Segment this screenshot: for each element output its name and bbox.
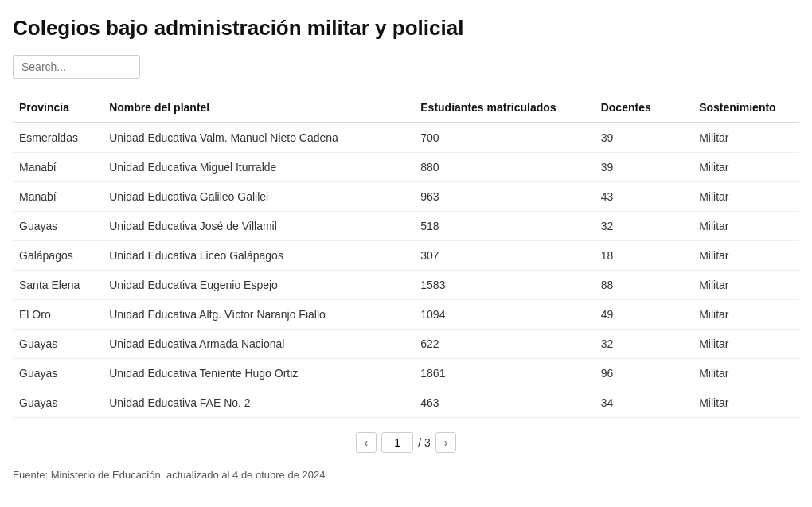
cell-docentes: 43 xyxy=(595,182,693,212)
cell-docentes: 34 xyxy=(595,388,693,418)
header-provincia: Provincia xyxy=(13,93,103,123)
cell-docentes: 88 xyxy=(595,271,693,300)
current-page-input[interactable] xyxy=(381,432,413,453)
cell-estudiantes: 1094 xyxy=(414,300,594,330)
table-header-row: Provincia Nombre del plantel Estudiantes… xyxy=(13,93,799,123)
table-row: GuayasUnidad Educativa José de Villamil5… xyxy=(13,212,799,241)
cell-nombre: Unidad Educativa Armada Nacional xyxy=(103,330,414,359)
cell-estudiantes: 307 xyxy=(414,241,594,271)
cell-estudiantes: 1861 xyxy=(414,359,594,388)
table-row: ManabíUnidad Educativa Galileo Galilei96… xyxy=(13,182,799,212)
cell-estudiantes: 622 xyxy=(414,330,594,359)
cell-estudiantes: 700 xyxy=(414,123,594,153)
cell-provincia: Esmeraldas xyxy=(13,123,103,153)
pagination: ‹ / 3 › xyxy=(13,432,799,453)
search-input[interactable] xyxy=(13,55,140,79)
cell-nombre: Unidad Educativa Teniente Hugo Ortiz xyxy=(103,359,414,388)
cell-nombre: Unidad Educativa Eugenio Espejo xyxy=(103,271,414,300)
cell-sostenimiento: Militar xyxy=(693,153,799,182)
cell-docentes: 39 xyxy=(595,153,693,182)
table-row: GuayasUnidad Educativa Armada Nacional62… xyxy=(13,330,799,359)
header-estudiantes: Estudiantes matriculados xyxy=(414,93,594,123)
table-row: GuayasUnidad Educativa FAE No. 246334Mil… xyxy=(13,388,799,418)
cell-nombre: Unidad Educativa FAE No. 2 xyxy=(103,388,414,418)
cell-provincia: Guayas xyxy=(13,330,103,359)
cell-provincia: Guayas xyxy=(13,388,103,418)
header-docentes: Docentes xyxy=(595,93,693,123)
table-row: EsmeraldasUnidad Educativa Valm. Manuel … xyxy=(13,123,799,153)
cell-estudiantes: 880 xyxy=(414,153,594,182)
cell-nombre: Unidad Educativa José de Villamil xyxy=(103,212,414,241)
cell-sostenimiento: Militar xyxy=(693,271,799,300)
cell-provincia: El Oro xyxy=(13,300,103,330)
cell-estudiantes: 963 xyxy=(414,182,594,212)
page-title: Colegios bajo administración militar y p… xyxy=(13,16,799,41)
cell-docentes: 32 xyxy=(595,212,693,241)
cell-sostenimiento: Militar xyxy=(693,359,799,388)
prev-page-button[interactable]: ‹ xyxy=(356,432,377,453)
cell-provincia: Manabí xyxy=(13,182,103,212)
cell-sostenimiento: Militar xyxy=(693,241,799,271)
cell-estudiantes: 518 xyxy=(414,212,594,241)
cell-estudiantes: 463 xyxy=(414,388,594,418)
cell-provincia: Guayas xyxy=(13,359,103,388)
table-row: El OroUnidad Educativa Alfg. Víctor Nara… xyxy=(13,300,799,330)
cell-nombre: Unidad Educativa Liceo Galápagos xyxy=(103,241,414,271)
header-nombre: Nombre del plantel xyxy=(103,93,414,123)
cell-sostenimiento: Militar xyxy=(693,212,799,241)
cell-docentes: 39 xyxy=(595,123,693,153)
cell-nombre: Unidad Educativa Galileo Galilei xyxy=(103,182,414,212)
data-table: Provincia Nombre del plantel Estudiantes… xyxy=(13,93,799,418)
header-sostenimiento: Sostenimiento xyxy=(693,93,799,123)
table-row: GuayasUnidad Educativa Teniente Hugo Ort… xyxy=(13,359,799,388)
cell-sostenimiento: Militar xyxy=(693,182,799,212)
cell-provincia: Guayas xyxy=(13,212,103,241)
cell-sostenimiento: Militar xyxy=(693,388,799,418)
table-row: Santa ElenaUnidad Educativa Eugenio Espe… xyxy=(13,271,799,300)
footer-note: Fuente: Ministerio de Educación, actuali… xyxy=(13,469,799,481)
table-row: ManabíUnidad Educativa Miguel Iturralde8… xyxy=(13,153,799,182)
cell-docentes: 32 xyxy=(595,330,693,359)
cell-docentes: 18 xyxy=(595,241,693,271)
cell-docentes: 96 xyxy=(595,359,693,388)
cell-sostenimiento: Militar xyxy=(693,330,799,359)
table-row: GalápagosUnidad Educativa Liceo Galápago… xyxy=(13,241,799,271)
cell-sostenimiento: Militar xyxy=(693,300,799,330)
cell-estudiantes: 1583 xyxy=(414,271,594,300)
cell-nombre: Unidad Educativa Miguel Iturralde xyxy=(103,153,414,182)
cell-nombre: Unidad Educativa Valm. Manuel Nieto Cade… xyxy=(103,123,414,153)
cell-provincia: Santa Elena xyxy=(13,271,103,300)
cell-provincia: Galápagos xyxy=(13,241,103,271)
search-container xyxy=(13,55,799,79)
cell-nombre: Unidad Educativa Alfg. Víctor Naranjo Fi… xyxy=(103,300,414,330)
total-pages-label: / 3 xyxy=(418,436,431,449)
cell-docentes: 49 xyxy=(595,300,693,330)
cell-provincia: Manabí xyxy=(13,153,103,182)
next-page-button[interactable]: › xyxy=(435,432,457,453)
cell-sostenimiento: Militar xyxy=(693,123,799,153)
